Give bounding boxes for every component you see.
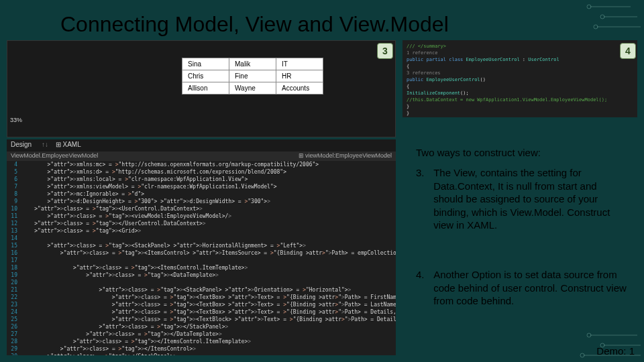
svg-point-3 (600, 15, 604, 19)
model-path-bar: ViewModel.EmployeeViewModel ⊞ viewModel:… (7, 152, 396, 161)
csharp-editor[interactable]: /// </summary>1 referencepublic partial … (402, 40, 637, 117)
tab-design[interactable]: Design (11, 141, 32, 148)
svg-point-5 (594, 25, 598, 29)
svg-point-1 (587, 5, 591, 9)
intro-text: Two ways to construct view: (416, 146, 631, 160)
employee-grid: SinaMalikIT ChrisFineHR AllisonWayneAcco… (182, 58, 323, 95)
circuit-decoration-icon (584, 0, 644, 40)
tab-xaml[interactable]: ⊞ XAML (56, 141, 81, 148)
callout-3: 3 (377, 43, 393, 59)
demo-label: Demo: 1 (596, 345, 635, 357)
svg-point-7 (587, 333, 591, 337)
callout-4: 4 (620, 43, 636, 59)
point-3: 3. The View, contains the setting for Da… (416, 166, 631, 232)
xaml-editor[interactable]: 4 >"attr">>xmlns:mc> = >"http://schemas.… (7, 161, 396, 355)
point-4: 4. Another Option is to set data source … (416, 268, 631, 308)
svg-point-11 (580, 353, 584, 357)
table-row: AllisonWayneAccounts (182, 82, 323, 95)
table-row: ChrisFineHR (182, 70, 323, 82)
design-tab-bar: Design ↑↓ ⊞ XAML (7, 139, 396, 152)
zoom-level: 33% (10, 117, 22, 123)
designer-preview: SinaMalikIT ChrisFineHR AllisonWayneAcco… (7, 40, 396, 137)
slide-title: Connecting Model, View and View.Model (60, 12, 449, 37)
table-row: SinaMalikIT (182, 58, 323, 70)
